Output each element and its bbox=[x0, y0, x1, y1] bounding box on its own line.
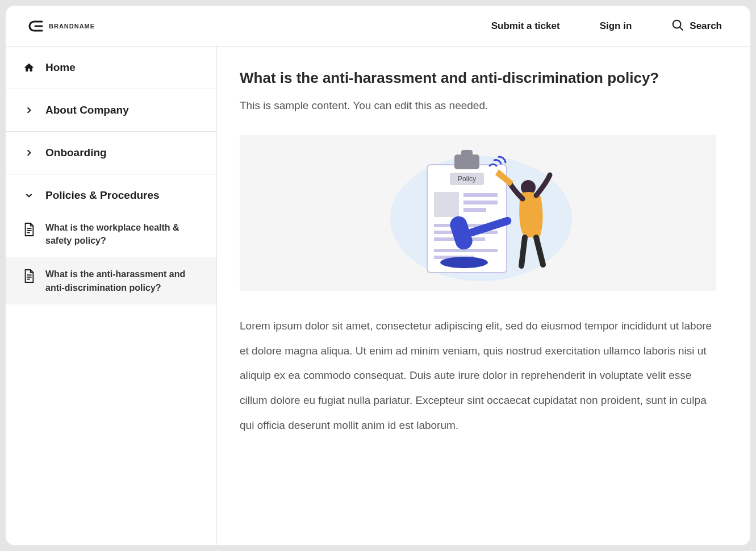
subnav-item-label: What is the anti-harassment and anti-dis… bbox=[45, 268, 205, 294]
brand-logo-icon bbox=[28, 20, 44, 32]
search-icon bbox=[671, 19, 684, 34]
svg-rect-17 bbox=[463, 208, 486, 212]
nav-home-label: Home bbox=[45, 61, 76, 74]
chevron-right-icon bbox=[23, 149, 35, 157]
home-icon bbox=[23, 62, 35, 73]
subnav-item-label: What is the workplace health & safety po… bbox=[45, 221, 205, 247]
article-title: What is the anti-harassment and anti-dis… bbox=[240, 69, 716, 87]
article-intro: This is sample content. You can edit thi… bbox=[240, 99, 716, 112]
chevron-right-icon bbox=[23, 106, 35, 114]
search-label: Search bbox=[690, 20, 722, 32]
policies-subnav: What is the workplace health & safety po… bbox=[6, 211, 216, 304]
brand-name-text: BRANDNAME bbox=[49, 23, 95, 30]
svg-line-1 bbox=[680, 27, 683, 30]
nav-policies-procedures[interactable]: Policies & Procedures bbox=[6, 174, 216, 211]
nav-onboarding[interactable]: Onboarding bbox=[6, 132, 216, 174]
chevron-down-icon bbox=[23, 191, 35, 199]
header-bar: BRANDNAME Submit a ticket Sign in Search bbox=[6, 6, 750, 47]
svg-rect-14 bbox=[434, 192, 459, 217]
search-button[interactable]: Search bbox=[671, 19, 722, 34]
document-icon bbox=[23, 222, 35, 240]
nav-onboarding-label: Onboarding bbox=[45, 147, 107, 159]
svg-text:Policy: Policy bbox=[457, 175, 475, 183]
nav-home[interactable]: Home bbox=[6, 47, 216, 89]
svg-rect-21 bbox=[434, 249, 498, 252]
body-layout: Home About Company Onboarding bbox=[6, 47, 750, 545]
main-content: What is the anti-harassment and anti-dis… bbox=[217, 47, 750, 545]
nav-about-company[interactable]: About Company bbox=[6, 89, 216, 132]
nav-about-label: About Company bbox=[45, 104, 129, 116]
header-actions: Submit a ticket Sign in Search bbox=[491, 19, 722, 34]
subnav-workplace-safety[interactable]: What is the workplace health & safety po… bbox=[6, 211, 216, 257]
sign-in-link[interactable]: Sign in bbox=[600, 20, 632, 32]
svg-rect-11 bbox=[461, 150, 473, 157]
article-hero-illustration: Policy bbox=[240, 135, 716, 291]
document-icon bbox=[23, 269, 35, 287]
svg-point-23 bbox=[440, 257, 488, 268]
brand-logo[interactable]: BRANDNAME bbox=[28, 20, 95, 32]
svg-rect-15 bbox=[463, 193, 498, 197]
submit-ticket-link[interactable]: Submit a ticket bbox=[491, 20, 560, 32]
article-body: Lorem ipsum dolor sit amet, consectetur … bbox=[240, 314, 716, 437]
svg-point-0 bbox=[673, 20, 681, 28]
sidebar: Home About Company Onboarding bbox=[6, 47, 217, 545]
svg-rect-16 bbox=[463, 201, 498, 204]
policy-illustration-icon: Policy bbox=[382, 142, 575, 284]
nav-policies-label: Policies & Procedures bbox=[45, 189, 160, 202]
subnav-anti-harassment[interactable]: What is the anti-harassment and anti-dis… bbox=[6, 257, 216, 304]
app-window: BRANDNAME Submit a ticket Sign in Search bbox=[6, 6, 750, 545]
